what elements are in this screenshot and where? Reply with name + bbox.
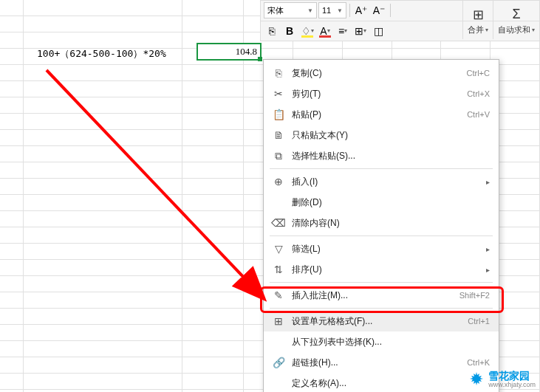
bold-button[interactable]: B — [281, 23, 298, 39]
comment-icon: ✎ — [270, 289, 287, 301]
chevron-down-icon: ▼ — [337, 7, 343, 14]
clipboard-icon: 📋 — [270, 109, 287, 120]
watermark-title: 雪花家园 — [488, 371, 536, 382]
format-button[interactable]: ◫ — [370, 23, 386, 39]
fill-handle[interactable] — [258, 57, 262, 61]
watermark: 雪花家园 www.xhjaty.com — [468, 371, 536, 389]
scissors-icon: ✂ — [270, 88, 287, 100]
menu-delete[interactable]: 删除(D) — [264, 192, 499, 213]
watermark-url: www.xhjaty.com — [488, 382, 536, 389]
menu-filter[interactable]: ▽ 筛选(L) ▸ — [264, 238, 499, 259]
menu-insert[interactable]: ⊕ 插入(I) ▸ — [264, 171, 499, 192]
menu-define-name[interactable]: 定义名称(A)... — [264, 373, 499, 392]
insert-icon: ⊕ — [270, 176, 287, 188]
menu-hyperlink[interactable]: 🔗 超链接(H)... Ctrl+K — [264, 352, 499, 373]
link-icon: 🔗 — [270, 357, 287, 368]
chevron-down-icon: ▼ — [307, 7, 313, 14]
menu-dropdown-select[interactable]: 从下拉列表中选择(K)... — [264, 331, 499, 352]
selected-cell[interactable]: 104.8 — [196, 43, 262, 61]
menu-cut[interactable]: ✂ 剪切(T) Ctrl+X — [264, 83, 499, 104]
menu-format-cells[interactable]: ⊞ 设置单元格格式(F)... Ctrl+1 — [264, 311, 499, 331]
snowflake-icon — [468, 371, 485, 388]
font-size-select[interactable]: 11▼ — [318, 2, 346, 18]
format-cells-icon: ⊞ — [270, 315, 287, 327]
chevron-right-icon: ▸ — [486, 266, 490, 274]
menu-paste[interactable]: 📋 粘贴(P) Ctrl+V — [264, 104, 499, 125]
chevron-right-icon: ▸ — [486, 245, 490, 253]
font-name-select[interactable]: 宋体▼ — [264, 2, 317, 18]
autosum-group[interactable]: Σ 自动求和▾ — [493, 1, 539, 39]
menu-paste-special[interactable]: ⧉ 选择性粘贴(S)... — [264, 145, 499, 166]
merge-icon: ⊞ — [473, 5, 484, 24]
funnel-icon: ▽ — [270, 243, 287, 255]
paste-text-icon: 🗎 — [270, 129, 287, 141]
increase-font-button[interactable]: A⁺ — [353, 2, 369, 18]
paste-special-icon: ⧉ — [270, 150, 287, 162]
context-menu: ⎘ 复制(C) Ctrl+C ✂ 剪切(T) Ctrl+X 📋 粘贴(P) Ct… — [263, 59, 499, 392]
copy-icon: ⎘ — [270, 67, 287, 79]
menu-clear[interactable]: ⌫ 清除内容(N) — [264, 213, 499, 233]
sigma-icon: Σ — [512, 5, 520, 24]
font-color-button[interactable]: A▾ — [317, 23, 333, 39]
selected-cell-value: 104.8 — [236, 46, 257, 58]
cell-formula-text: 100+（624-500-100）*20% — [37, 47, 166, 61]
format-painter-button[interactable]: ⎘ — [264, 23, 280, 39]
merge-group[interactable]: ⊞ 合并▾ — [462, 1, 493, 39]
mini-toolbar: 宋体▼ 11▼ A⁺ A⁻ ⊞ 合并▾ Σ 自动求和▾ ⎘ B ♢▾ A▾ ≡▾… — [260, 0, 540, 41]
decrease-font-button[interactable]: A⁻ — [371, 2, 387, 18]
menu-copy[interactable]: ⎘ 复制(C) Ctrl+C — [264, 63, 499, 83]
eraser-icon: ⌫ — [270, 217, 287, 229]
chevron-right-icon: ▸ — [486, 178, 490, 186]
menu-sort[interactable]: ⇅ 排序(U) ▸ — [264, 259, 499, 280]
menu-paste-text[interactable]: 🗎 只粘贴文本(Y) — [264, 125, 499, 145]
fill-color-button[interactable]: ♢▾ — [299, 23, 315, 39]
menu-comment[interactable]: ✎ 插入批注(M)... Shift+F2 — [264, 285, 499, 306]
align-button[interactable]: ≡▾ — [335, 23, 351, 39]
sort-icon: ⇅ — [270, 264, 287, 275]
borders-button[interactable]: ⊞▾ — [352, 23, 369, 39]
